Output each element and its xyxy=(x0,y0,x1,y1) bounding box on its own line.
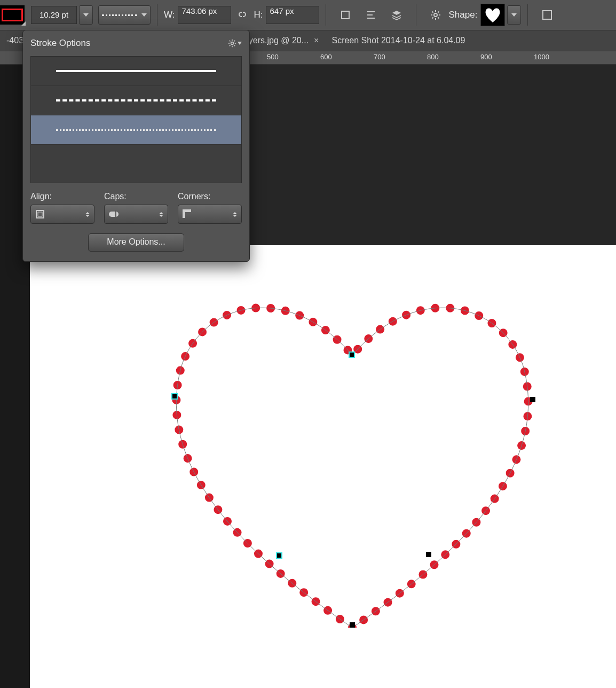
svg-line-24 xyxy=(230,45,231,46)
align-label: Align: xyxy=(30,192,94,201)
separator xyxy=(527,4,528,26)
ruler-tick-label: 1000 xyxy=(534,53,549,61)
ruler-tick-label: 500 xyxy=(267,53,279,61)
path-operations-button[interactable] xyxy=(336,7,355,22)
settings-gear-icon[interactable] xyxy=(426,7,445,22)
popover-settings-button[interactable] xyxy=(228,39,242,48)
stroke-options-popover: Stroke Options Align: Caps: Corners: xyxy=(22,30,250,262)
svg-rect-16 xyxy=(350,622,355,628)
path-alignment-button[interactable] xyxy=(361,7,381,22)
svg-line-7 xyxy=(438,17,439,18)
stroke-color-preview xyxy=(2,9,23,21)
canvas[interactable] xyxy=(30,245,616,688)
svg-rect-10 xyxy=(543,11,551,19)
options-bar: 10.29 pt W: 743.06 px H: 647 px Shape: xyxy=(0,0,616,30)
chevron-down-icon xyxy=(511,13,517,17)
separator xyxy=(416,4,416,26)
svg-line-25 xyxy=(234,41,235,42)
svg-rect-14 xyxy=(530,397,535,402)
document-tab[interactable]: Screen Shot 2014-10-24 at 6.04.09 xyxy=(325,30,471,51)
ruler-tick-label: 700 xyxy=(374,53,385,61)
ruler-tick-label: 800 xyxy=(427,53,439,61)
svg-rect-0 xyxy=(342,11,349,19)
separator xyxy=(157,4,157,26)
separator xyxy=(326,4,326,26)
svg-rect-26 xyxy=(36,210,44,218)
stroke-preset-solid[interactable] xyxy=(31,57,241,86)
width-input[interactable]: 743.06 px xyxy=(178,6,231,24)
stroke-preset-list xyxy=(30,56,242,183)
svg-line-23 xyxy=(234,45,235,46)
corners-label: Corners: xyxy=(178,192,242,201)
stroke-corners-select[interactable] xyxy=(178,205,242,224)
stroke-width-group: 10.29 pt xyxy=(31,5,93,25)
chevron-down-icon xyxy=(83,13,89,17)
custom-shape-picker[interactable] xyxy=(480,4,505,26)
shape-label: Shape: xyxy=(448,10,477,20)
corner-miter-icon xyxy=(183,209,192,219)
svg-point-1 xyxy=(434,13,437,17)
svg-rect-15 xyxy=(426,552,431,557)
width-label: W: xyxy=(164,10,175,20)
stroke-style-dropdown[interactable] xyxy=(98,5,151,25)
svg-rect-12 xyxy=(172,394,177,399)
svg-rect-28 xyxy=(109,212,119,217)
svg-point-17 xyxy=(231,42,234,45)
more-options-button[interactable]: More Options... xyxy=(88,233,184,252)
custom-shape-dropdown[interactable] xyxy=(507,5,521,25)
link-wh-icon[interactable] xyxy=(236,10,248,21)
stroke-style-preview xyxy=(102,14,137,16)
popover-title: Stroke Options xyxy=(30,38,90,49)
svg-line-9 xyxy=(438,12,439,13)
gear-icon xyxy=(228,39,236,48)
stroke-width-input[interactable]: 10.29 pt xyxy=(31,6,77,24)
svg-line-6 xyxy=(432,12,433,13)
heart-shape-path[interactable] xyxy=(160,286,544,628)
tab-close-icon[interactable]: × xyxy=(314,36,319,45)
stroke-width-dropdown[interactable] xyxy=(79,5,93,25)
height-label: H: xyxy=(254,10,263,20)
svg-rect-13 xyxy=(277,553,282,558)
stroke-align-select[interactable] xyxy=(30,205,94,224)
ruler-tick-label: 900 xyxy=(480,53,492,61)
chevron-down-icon xyxy=(141,13,147,17)
chevron-down-icon xyxy=(238,42,242,45)
stroke-caps-select[interactable] xyxy=(104,205,168,224)
svg-rect-27 xyxy=(38,212,42,216)
cap-round-icon xyxy=(109,210,121,218)
align-edges-button[interactable] xyxy=(538,7,557,22)
ruler-tick-label: 600 xyxy=(320,53,332,61)
path-arrangement-button[interactable] xyxy=(387,7,406,22)
align-center-icon xyxy=(35,209,45,219)
caps-label: Caps: xyxy=(104,192,168,201)
svg-line-22 xyxy=(230,41,231,42)
height-input[interactable]: 647 px xyxy=(266,6,319,24)
heart-icon xyxy=(483,6,502,24)
tab-label: -403 xyxy=(6,36,23,45)
stroke-color-swatch[interactable] xyxy=(0,5,25,25)
stroke-preset-dotted[interactable] xyxy=(31,115,241,145)
stroke-preset-dashed[interactable] xyxy=(31,86,241,115)
path-anchor-points[interactable] xyxy=(172,352,535,628)
svg-rect-11 xyxy=(349,352,354,357)
tab-label: Screen Shot 2014-10-24 at 6.04.09 xyxy=(331,36,465,45)
svg-line-8 xyxy=(432,17,433,18)
